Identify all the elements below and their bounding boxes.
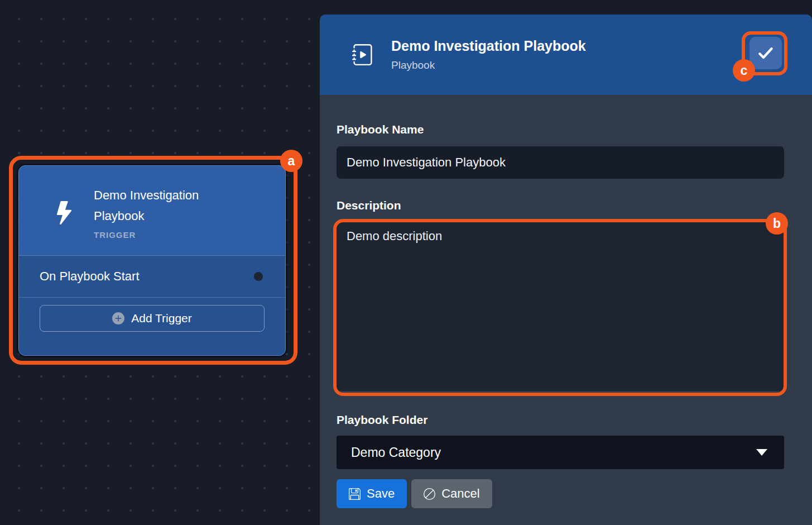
playbook-name-label: Playbook Name	[337, 123, 784, 136]
save-button-label: Save	[367, 486, 395, 501]
caret-down-icon	[756, 449, 767, 456]
check-icon	[757, 44, 775, 62]
lightning-icon	[52, 201, 76, 225]
panel-subtitle: Playbook	[391, 59, 586, 71]
trigger-node[interactable]: Demo Investigation Playbook TRIGGER On P…	[18, 165, 286, 356]
description-textarea[interactable]: Demo description	[337, 220, 784, 391]
trigger-row-on-playbook-start[interactable]: On Playbook Start	[19, 256, 285, 298]
playbook-folder-value: Demo Category	[351, 445, 441, 460]
plus-circle-icon	[112, 312, 124, 324]
save-icon	[349, 488, 361, 500]
trigger-node-type-label: TRIGGER	[94, 230, 228, 241]
connector-port-dot[interactable]	[254, 272, 263, 281]
panel-header: Demo Investigation Playbook Playbook	[320, 15, 812, 95]
playbook-settings-panel: Demo Investigation Playbook Playbook Pla…	[320, 15, 812, 525]
save-button[interactable]: Save	[337, 479, 407, 508]
form-actions: Save Cancel	[337, 479, 784, 508]
panel-title: Demo Investigation Playbook	[391, 38, 586, 54]
confirm-button[interactable]	[749, 37, 782, 69]
add-trigger-label: Add Trigger	[131, 312, 192, 325]
cancel-button[interactable]: Cancel	[411, 479, 492, 508]
trigger-row-label: On Playbook Start	[40, 269, 140, 284]
trigger-node-body: On Playbook Start Add Trigger	[19, 255, 285, 356]
description-label: Description	[337, 199, 784, 212]
playbook-name-input[interactable]	[337, 146, 784, 179]
cancel-button-label: Cancel	[441, 486, 479, 501]
playbook-folder-label: Playbook Folder	[337, 413, 784, 427]
add-trigger-button[interactable]: Add Trigger	[40, 305, 265, 332]
trigger-node-header: Demo Investigation Playbook TRIGGER	[19, 166, 285, 255]
ban-icon	[424, 488, 435, 500]
trigger-node-title: Demo Investigation Playbook	[94, 185, 228, 226]
playbook-folder-select[interactable]: Demo Category	[337, 436, 784, 469]
playbook-icon	[352, 44, 373, 65]
panel-form: Playbook Name Description Demo descripti…	[320, 95, 812, 508]
